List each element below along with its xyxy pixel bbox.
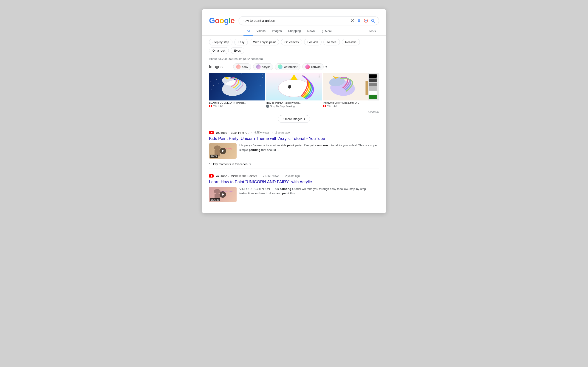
clear-button[interactable] [350,19,355,23]
search-button[interactable] [371,18,375,23]
image-grid: ⋮ BEAUTIFUL UNICORN PAINTI... YouTube ⋮ … [209,73,379,108]
chip-eyes[interactable]: Eyes [231,47,244,54]
section-divider [209,169,379,169]
source-platform-2: YouTube · [216,174,229,178]
tab-shopping[interactable]: Shopping [285,27,304,35]
image-thumbnail-1 [209,73,265,100]
image-card-1[interactable]: ⋮ BEAUTIFUL UNICORN PAINTI... YouTube [209,73,265,108]
tags-chevron-icon[interactable]: ▾ [326,65,327,69]
tag-acrylic-label: acrylic [262,65,270,69]
image-title-3: Paint And Color "A Beautiful U... [323,101,379,104]
source-time-2: · [281,174,284,177]
chip-face[interactable]: To face [323,39,340,45]
image-more-btn-3[interactable]: ⋮ [374,74,378,78]
tag-acrylic[interactable]: acrylic [253,63,273,70]
image-title-1: BEAUTIFUL UNICORN PAINTI... [209,101,265,104]
tab-all[interactable]: All [243,27,253,35]
result-menu-2[interactable]: ⋮ [375,173,379,178]
play-overlay-2 [220,191,226,198]
video-thumb-1[interactable]: 26:24 [209,143,237,159]
tag-watercolor-label: watercolor [284,65,297,69]
tab-tools[interactable]: Tools [366,27,379,35]
result-menu-1[interactable]: ⋮ [375,130,379,135]
tag-easy-thumb [236,65,241,69]
search-bar[interactable] [239,16,379,25]
search-header: Google [202,16,386,25]
key-moments[interactable]: 10 key moments in this video ▾ [202,161,386,167]
search-icons [350,18,375,23]
source-time-1: · [271,131,274,134]
source-views-1: 9.7K+ views [254,131,269,134]
browser-card: Google [202,9,386,213]
source-timeago-1: 2 years ago [275,131,290,134]
video-content-2: 1:16:25 VIDEO DESCRIPTION – This paintin… [209,187,379,202]
key-moments-label: 10 key moments in this video [209,162,248,166]
source-platform-1: YouTube · [216,131,229,134]
video-duration-1: 26:24 [210,155,218,158]
image-more-btn-2[interactable]: ⋮ [317,74,321,78]
play-icon-1 [222,150,224,152]
more-images-label: 6 more images [283,117,303,121]
yt-icon-large-2 [209,174,214,177]
source-meta-1: · [250,131,253,134]
youtube-icon-3 [323,105,326,107]
image-more-btn-1[interactable]: ⋮ [260,74,264,78]
chip-canvas[interactable]: On canvas [281,39,302,45]
image-thumbnail-2 [266,73,322,100]
source-label-1: YouTube [213,105,223,107]
nav-tabs: All Videos Images Shopping News ⋮ More T… [202,25,386,35]
chip-easy[interactable]: Easy [234,39,248,45]
filter-chips: Step by step Easy With acrylic paint On … [202,35,386,57]
video-title-2[interactable]: Learn How to Paint "UNICORN AND FAIRY" w… [209,179,379,185]
lens-button[interactable] [363,18,368,23]
play-icon-2 [222,193,224,196]
tag-watercolor-thumb [278,65,283,69]
video-source-line-2: YouTube · Michelle the Painter · 71.3K+ … [209,173,379,178]
tag-acrylic-thumb [256,65,261,69]
desc-bold-painting-1: painting [249,148,260,152]
video-desc-1: I hope you're ready for another kids pai… [239,143,379,152]
images-title: Images [209,65,223,69]
yt-icon-large-1 [209,131,214,134]
tab-news[interactable]: News [304,27,318,35]
tab-more[interactable]: ⋮ More [318,27,335,35]
source-timeago-2: 2 years ago [285,174,300,177]
images-menu-icon[interactable]: ⋮ [225,64,229,69]
source-channel-1: Bexx Fine Art [231,131,248,134]
sbs-icon-2: S [266,105,269,108]
video-title-1[interactable]: Kids Paint Party: Unicorn Theme with Acr… [209,136,379,141]
video-result-2: YouTube · Michelle the Painter · 71.3K+ … [202,171,386,204]
source-channel-2: Michelle the Painter [231,174,257,178]
voice-search-button[interactable] [357,18,361,23]
video-thumb-2[interactable]: 1:16:25 [209,187,237,202]
chip-acrylic[interactable]: With acrylic paint [250,39,279,45]
chip-step-by-step[interactable]: Step by step [209,39,233,45]
more-images-button[interactable]: 6 more images ▾ [278,115,310,123]
tab-videos[interactable]: Videos [253,27,269,35]
more-label: More [325,29,332,33]
search-icon [371,18,375,23]
search-input[interactable] [242,19,348,23]
tag-canvas-label: canvas [311,65,320,69]
video-duration-2: 1:16:25 [210,198,220,201]
desc-bold-painting-2: painting [279,187,291,191]
google-logo: Google [209,16,234,25]
video-content-1: 26:24 I hope you're ready for another ki… [209,143,379,159]
tab-images[interactable]: Images [269,27,285,35]
desc-bold-paint-1: paint [287,144,294,147]
tag-canvas[interactable]: canvas [302,63,323,70]
tag-easy[interactable]: easy [233,63,251,70]
feedback-link[interactable]: Feedback [209,110,379,113]
desc-bold-paint-2: paint [282,192,289,195]
chip-kids[interactable]: For kids [304,39,321,45]
image-card-3[interactable]: ⋮ Paint And Color "A Beautiful U... YouT… [323,73,379,108]
chip-rock[interactable]: On a rock [209,47,229,54]
video-desc-2: VIDEO DESCRIPTION – This painting tutori… [239,187,379,196]
video-source-line-1: YouTube · Bexx Fine Art · 9.7K+ views · … [209,130,379,135]
tag-watercolor[interactable]: watercolor [275,63,300,70]
chip-realistic[interactable]: Realistic [342,39,360,45]
more-images-chevron-icon: ▾ [304,117,305,121]
image-card-2[interactable]: ⋮ How To Paint A Rainbow Unic... S Step … [266,73,322,108]
image-source-3: YouTube [323,105,379,107]
desc-bold-unicorn-1: unicorn [317,144,328,147]
